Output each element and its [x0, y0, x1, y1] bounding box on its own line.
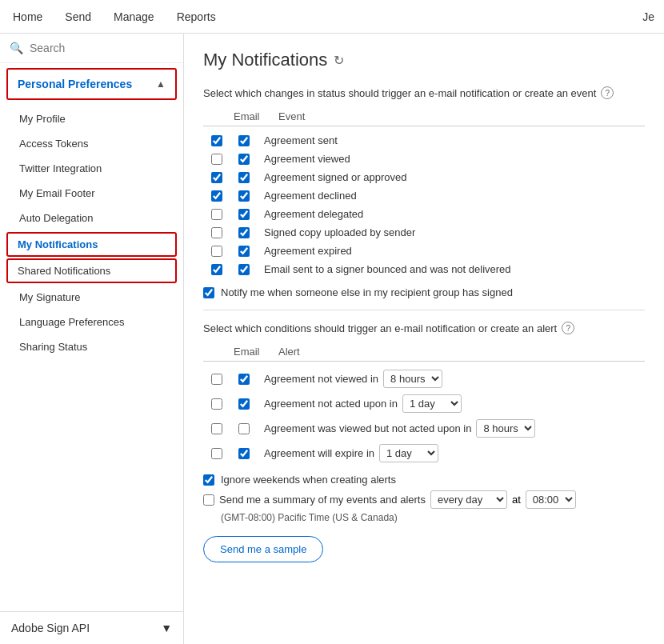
- col-email-label-2: Email: [230, 346, 278, 358]
- email-checkbox[interactable]: [211, 448, 222, 459]
- event-checkbox[interactable]: [238, 154, 250, 165]
- personal-preferences-section: Personal Preferences ▲: [6, 68, 177, 100]
- table-row: Agreement delegated: [203, 205, 645, 223]
- notify-checkbox[interactable]: [203, 287, 214, 298]
- email-checkbox[interactable]: [211, 246, 222, 257]
- alert-row-label: Agreement will expire in 8 hours1 day2 d…: [264, 444, 438, 462]
- row-label: Signed copy uploaded by sender: [264, 226, 415, 238]
- alert-checkbox[interactable]: [238, 423, 250, 434]
- sidebar-item-my-profile[interactable]: My Profile: [0, 106, 183, 131]
- main-content: My Notifications ↻ Select which changes …: [184, 34, 664, 644]
- event-checkbox[interactable]: [238, 264, 250, 275]
- row-label: Agreement declined: [264, 190, 357, 202]
- col-event-label: Event: [278, 110, 326, 122]
- table-row: Agreement signed or approved: [203, 168, 645, 186]
- alert-time-select[interactable]: 8 hours1 day2 days3 days: [379, 444, 438, 462]
- email-checkbox[interactable]: [211, 264, 222, 275]
- sidebar-item-my-notifications[interactable]: My Notifications: [6, 232, 177, 257]
- row-label: Email sent to a signer bounced and was n…: [264, 263, 511, 275]
- table-row: Agreement expired: [203, 242, 645, 260]
- email-checkbox[interactable]: [211, 398, 222, 410]
- alert-row-label: Agreement was viewed but not acted upon …: [264, 419, 535, 438]
- notify-row: Notify me when someone else in my recipi…: [203, 286, 645, 298]
- email-checkbox[interactable]: [211, 209, 222, 220]
- alert-checkbox[interactable]: [238, 374, 250, 385]
- help-icon-1[interactable]: ?: [601, 86, 614, 99]
- row-label: Agreement sent: [264, 134, 338, 146]
- nav-reports[interactable]: Reports: [174, 10, 219, 23]
- search-input[interactable]: [30, 42, 174, 54]
- help-icon-2[interactable]: ?: [562, 322, 574, 334]
- row-label: Agreement delegated: [264, 208, 363, 220]
- adobe-sign-api-label: Adobe Sign API: [11, 622, 90, 634]
- row-label: Agreement expired: [264, 245, 352, 257]
- event-checkbox[interactable]: [238, 135, 250, 146]
- sidebar-item-access-tokens[interactable]: Access Tokens: [0, 131, 183, 156]
- table-row: Signed copy uploaded by sender: [203, 223, 645, 242]
- email-checkbox[interactable]: [211, 190, 222, 202]
- table-row: Agreement viewed: [203, 150, 645, 168]
- ignore-weekends-row: Ignore weekends when creating alerts: [203, 474, 645, 486]
- section2-table-header: Email Alert: [203, 342, 645, 362]
- summary-label: Send me a summary of my events and alert…: [219, 494, 426, 506]
- sidebar-item-twitter[interactable]: Twitter Integration: [0, 156, 183, 181]
- table-row: Agreement sent: [203, 131, 645, 150]
- chevron-down-icon: ▼: [161, 622, 172, 634]
- sidebar-item-language-preferences[interactable]: Language Preferences: [0, 310, 183, 334]
- email-checkbox[interactable]: [211, 374, 222, 385]
- user-avatar[interactable]: Je: [642, 10, 654, 23]
- personal-preferences-header[interactable]: Personal Preferences ▲: [8, 70, 175, 98]
- sidebar-items: My Profile Access Tokens Twitter Integra…: [0, 103, 183, 362]
- table-row: Agreement was viewed but not acted upon …: [203, 416, 645, 441]
- summary-row: Send me a summary of my events and alert…: [203, 490, 645, 509]
- email-checkbox[interactable]: [211, 154, 222, 165]
- personal-preferences-label: Personal Preferences: [18, 78, 132, 90]
- alert-checkbox[interactable]: [238, 448, 250, 459]
- search-box[interactable]: 🔍: [0, 34, 183, 63]
- sidebar-item-sharing-status[interactable]: Sharing Status: [0, 334, 183, 359]
- ignore-weekends-checkbox[interactable]: [203, 474, 214, 486]
- table-row: Agreement will expire in 8 hours1 day2 d…: [203, 441, 645, 466]
- nav-send[interactable]: Send: [62, 10, 94, 23]
- summary-checkbox[interactable]: [203, 494, 214, 506]
- event-checkbox[interactable]: [238, 246, 250, 257]
- alert-time-select[interactable]: 8 hours1 day2 days3 days: [383, 370, 442, 388]
- section2-desc: Select which conditions should trigger a…: [203, 322, 645, 334]
- summary-frequency-select[interactable]: every dayevery weeknever: [430, 490, 507, 509]
- event-checkbox[interactable]: [238, 172, 250, 183]
- email-checkbox[interactable]: [211, 227, 222, 238]
- section2-rows: Agreement not viewed in 8 hours1 day2 da…: [203, 366, 645, 466]
- sidebar-item-my-signature[interactable]: My Signature: [0, 285, 183, 310]
- alert-checkbox[interactable]: [238, 398, 250, 410]
- email-checkbox[interactable]: [211, 423, 222, 434]
- layout: 🔍 Personal Preferences ▲ My Profile Acce…: [0, 34, 664, 644]
- sidebar: 🔍 Personal Preferences ▲ My Profile Acce…: [0, 34, 184, 644]
- adobe-sign-api-section[interactable]: Adobe Sign API ▼: [0, 611, 183, 644]
- sidebar-item-auto-delegation[interactable]: Auto Delegation: [0, 206, 183, 230]
- table-row: Agreement not viewed in 8 hours1 day2 da…: [203, 366, 645, 391]
- table-row: Agreement declined: [203, 186, 645, 205]
- col-alert-label: Alert: [278, 346, 326, 358]
- event-checkbox[interactable]: [238, 190, 250, 202]
- sidebar-item-shared-notifications[interactable]: Shared Notifications: [6, 258, 177, 283]
- event-checkbox[interactable]: [238, 209, 250, 220]
- table-row: Email sent to a signer bounced and was n…: [203, 260, 645, 278]
- table-row: Agreement not acted upon in 8 hours1 day…: [203, 391, 645, 416]
- event-checkbox[interactable]: [238, 227, 250, 238]
- alert-time-select[interactable]: 8 hours1 day2 days3 days: [402, 394, 462, 413]
- summary-time-select[interactable]: 08:0009:0010:0012:00: [526, 490, 576, 509]
- nav-manage[interactable]: Manage: [110, 10, 158, 23]
- section1-table-header: Email Event: [203, 107, 645, 126]
- sidebar-item-email-footer[interactable]: My Email Footer: [0, 181, 183, 206]
- alert-row-label: Agreement not acted upon in 8 hours1 day…: [264, 394, 462, 413]
- row-label: Agreement viewed: [264, 153, 350, 165]
- send-sample-button[interactable]: Send me a sample: [203, 536, 323, 562]
- nav-home[interactable]: Home: [10, 10, 46, 23]
- email-checkbox[interactable]: [211, 135, 222, 146]
- refresh-icon[interactable]: ↻: [334, 53, 344, 68]
- section1-rows: Agreement sentAgreement viewedAgreement …: [203, 131, 645, 278]
- alert-time-select[interactable]: 8 hours1 day2 days3 days: [476, 419, 535, 438]
- col-email-label: Email: [230, 110, 278, 122]
- row-label: Agreement signed or approved: [264, 171, 407, 183]
- email-checkbox[interactable]: [211, 172, 222, 183]
